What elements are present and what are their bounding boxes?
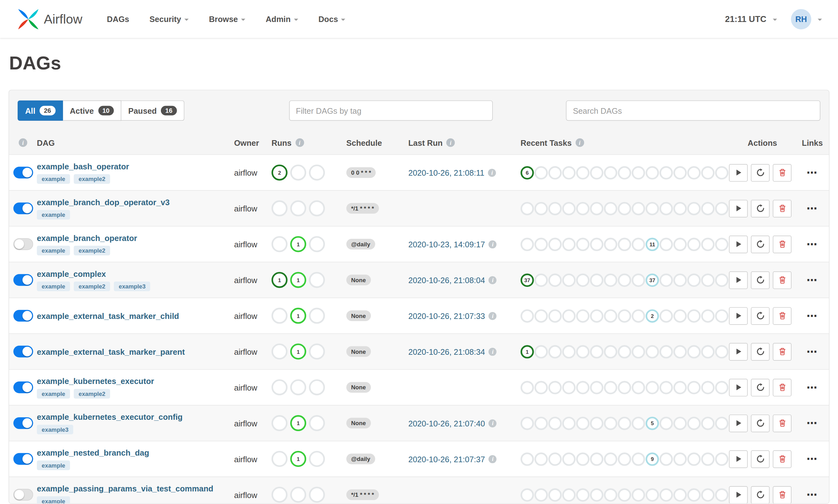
task-state-circle[interactable] bbox=[548, 488, 562, 502]
task-state-circle[interactable] bbox=[309, 380, 325, 396]
refresh-dag-button[interactable] bbox=[751, 235, 770, 253]
delete-dag-button[interactable] bbox=[773, 307, 792, 325]
task-state-circle[interactable] bbox=[688, 237, 701, 251]
trigger-dag-button[interactable] bbox=[729, 379, 748, 396]
task-state-circle[interactable] bbox=[562, 452, 576, 466]
nav-item-dags[interactable]: DAGs bbox=[107, 15, 129, 23]
task-state-circle[interactable] bbox=[701, 488, 715, 502]
task-state-circle[interactable] bbox=[632, 452, 645, 466]
task-state-circle[interactable]: 1 bbox=[290, 344, 306, 360]
task-state-circle[interactable] bbox=[534, 488, 548, 502]
delete-dag-button[interactable] bbox=[773, 379, 792, 396]
schedule-badge[interactable]: None bbox=[346, 418, 371, 429]
task-state-circle[interactable] bbox=[562, 166, 576, 179]
task-state-circle[interactable] bbox=[618, 309, 631, 323]
task-state-circle[interactable] bbox=[604, 202, 617, 215]
task-state-circle[interactable] bbox=[309, 415, 325, 431]
delete-dag-button[interactable] bbox=[773, 414, 792, 432]
task-state-circle[interactable] bbox=[534, 273, 548, 287]
task-state-circle[interactable] bbox=[272, 200, 288, 216]
task-state-circle[interactable] bbox=[632, 488, 645, 502]
task-state-circle[interactable] bbox=[701, 166, 715, 179]
airflow-brand[interactable]: Airflow bbox=[18, 8, 82, 30]
task-state-circle[interactable] bbox=[520, 488, 534, 502]
dag-tag[interactable]: example3 bbox=[37, 425, 73, 434]
task-state-circle[interactable]: 1 bbox=[290, 451, 306, 467]
task-state-circle[interactable] bbox=[659, 381, 673, 394]
task-state-circle[interactable]: 1 bbox=[290, 236, 306, 252]
task-state-circle[interactable] bbox=[632, 273, 645, 287]
refresh-dag-button[interactable] bbox=[751, 164, 770, 182]
task-state-circle[interactable] bbox=[604, 417, 617, 430]
task-state-circle[interactable] bbox=[590, 166, 604, 179]
refresh-dag-button[interactable] bbox=[751, 199, 770, 217]
dag-pause-toggle[interactable] bbox=[13, 167, 33, 179]
dag-tag[interactable]: example bbox=[37, 496, 70, 504]
tab-all[interactable]: All 26 bbox=[18, 101, 63, 121]
task-state-circle[interactable] bbox=[701, 417, 715, 430]
task-state-circle[interactable] bbox=[688, 345, 701, 359]
task-state-circle[interactable] bbox=[520, 237, 534, 251]
task-state-circle[interactable] bbox=[618, 202, 631, 215]
task-state-circle[interactable] bbox=[618, 273, 631, 287]
task-state-circle[interactable] bbox=[604, 452, 617, 466]
task-state-circle[interactable] bbox=[309, 165, 325, 181]
task-state-circle[interactable] bbox=[290, 487, 306, 503]
task-state-circle[interactable] bbox=[604, 237, 617, 251]
task-state-circle[interactable] bbox=[659, 488, 673, 502]
dag-links-menu[interactable]: ⋯ bbox=[796, 167, 829, 178]
task-state-circle[interactable] bbox=[715, 202, 729, 215]
task-state-circle[interactable] bbox=[688, 417, 701, 430]
task-state-circle[interactable]: 1 bbox=[290, 308, 306, 324]
task-state-circle[interactable] bbox=[548, 381, 562, 394]
task-state-circle[interactable] bbox=[590, 488, 604, 502]
task-state-circle[interactable] bbox=[646, 345, 659, 359]
task-state-circle[interactable] bbox=[520, 309, 534, 323]
task-state-circle[interactable] bbox=[659, 345, 673, 359]
dag-links-menu[interactable]: ⋯ bbox=[796, 310, 829, 321]
task-state-circle[interactable] bbox=[688, 202, 701, 215]
task-state-circle[interactable] bbox=[309, 344, 325, 360]
task-state-circle[interactable] bbox=[272, 236, 288, 252]
info-icon[interactable] bbox=[575, 139, 584, 147]
task-state-circle[interactable] bbox=[618, 237, 631, 251]
delete-dag-button[interactable] bbox=[773, 450, 792, 468]
task-state-circle[interactable] bbox=[272, 451, 288, 467]
task-state-circle[interactable] bbox=[673, 202, 687, 215]
task-state-circle[interactable] bbox=[715, 345, 729, 359]
task-state-circle[interactable] bbox=[604, 273, 617, 287]
task-state-circle[interactable] bbox=[272, 415, 288, 431]
task-state-circle[interactable] bbox=[534, 202, 548, 215]
task-state-circle[interactable] bbox=[309, 487, 325, 503]
task-state-circle[interactable] bbox=[590, 417, 604, 430]
dag-tag[interactable]: example2 bbox=[74, 246, 110, 255]
nav-item-docs[interactable]: Docs bbox=[318, 15, 345, 23]
task-state-circle[interactable] bbox=[715, 237, 729, 251]
task-state-circle[interactable]: 1 bbox=[272, 272, 288, 288]
schedule-badge[interactable]: @daily bbox=[346, 454, 375, 464]
dag-pause-toggle[interactable] bbox=[13, 381, 33, 393]
task-state-circle[interactable] bbox=[632, 345, 645, 359]
task-state-circle[interactable] bbox=[618, 381, 631, 394]
task-state-circle[interactable] bbox=[701, 237, 715, 251]
task-state-circle[interactable] bbox=[590, 345, 604, 359]
task-state-circle[interactable] bbox=[272, 487, 288, 503]
task-state-circle[interactable] bbox=[309, 308, 325, 324]
task-state-circle[interactable] bbox=[520, 417, 534, 430]
last-run-link[interactable]: 2020-10-26, 21:07:37 bbox=[408, 454, 485, 464]
task-state-circle[interactable] bbox=[576, 166, 590, 179]
last-run-link[interactable]: 2020-10-23, 14:09:17 bbox=[408, 240, 485, 249]
task-state-circle[interactable] bbox=[646, 202, 659, 215]
trigger-dag-button[interactable] bbox=[729, 164, 748, 182]
task-state-circle[interactable] bbox=[688, 452, 701, 466]
task-state-circle[interactable] bbox=[562, 345, 576, 359]
task-state-circle[interactable]: 2 bbox=[272, 165, 288, 181]
dag-pause-toggle[interactable] bbox=[13, 310, 33, 322]
dag-links-menu[interactable]: ⋯ bbox=[796, 454, 829, 464]
task-state-circle[interactable] bbox=[520, 202, 534, 215]
dag-name-link[interactable]: example_branch_operator bbox=[37, 233, 229, 242]
nav-item-browse[interactable]: Browse bbox=[209, 15, 246, 23]
info-icon[interactable] bbox=[19, 139, 28, 147]
dag-name-link[interactable]: example_external_task_marker_parent bbox=[37, 347, 229, 356]
trigger-dag-button[interactable] bbox=[729, 414, 748, 432]
